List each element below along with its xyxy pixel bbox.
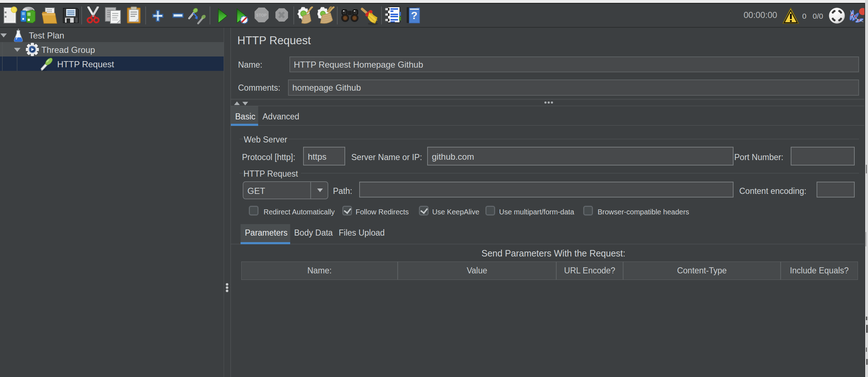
svg-text:STOP: STOP [256,13,267,17]
svg-text:?: ? [411,9,417,21]
